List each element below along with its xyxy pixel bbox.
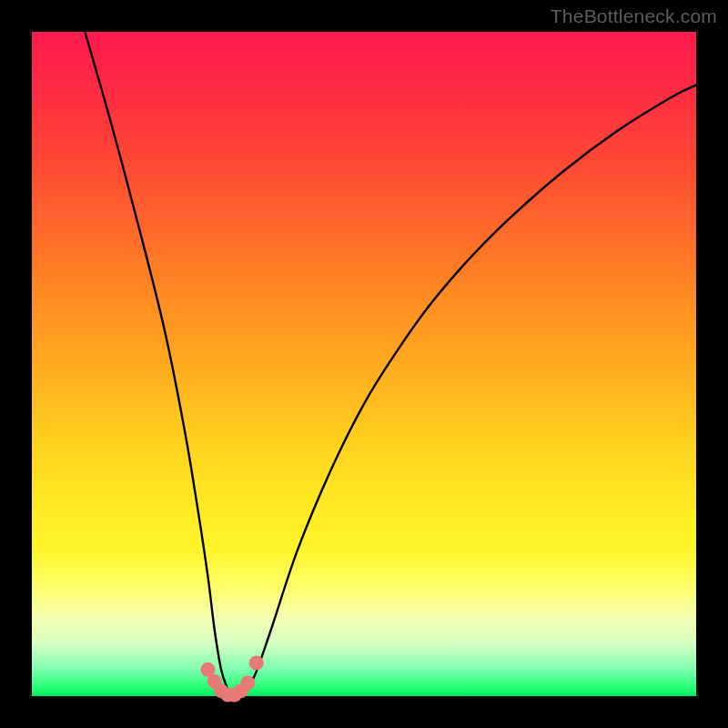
chart-frame: TheBottleneck.com bbox=[0, 0, 728, 728]
plot-area bbox=[32, 32, 696, 696]
watermark-text: TheBottleneck.com bbox=[551, 5, 717, 27]
bottleneck-curve bbox=[85, 32, 696, 697]
curve-svg bbox=[32, 32, 696, 696]
marker-dot bbox=[249, 656, 264, 671]
marker-dot bbox=[240, 675, 255, 690]
